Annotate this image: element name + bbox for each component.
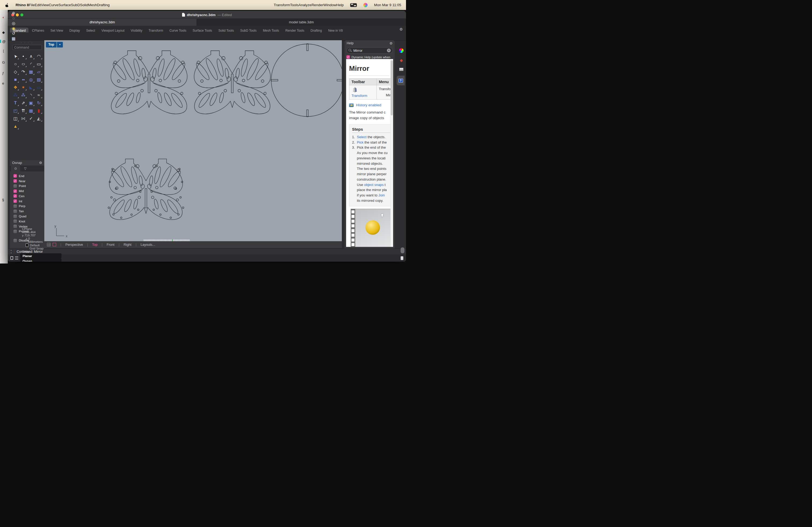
primitives-icon[interactable]: ◭ <box>36 116 42 122</box>
statusbar-window-icon[interactable] <box>11 256 13 260</box>
viewport-horizontal-scrollbar[interactable] <box>144 239 190 241</box>
butterfly-outline-left[interactable] <box>111 51 187 114</box>
render[interactable]: Render <box>311 3 323 7</box>
zoom-target-icon[interactable]: ◉ <box>11 26 16 31</box>
blend-curve-icon[interactable]: ≈ <box>36 92 42 98</box>
grab-pyramid-icon[interactable]: ▲ <box>12 123 19 129</box>
siri-icon[interactable] <box>363 3 367 7</box>
zoom-selected-icon[interactable]: ◎ <box>11 21 16 26</box>
surface-grid-icon[interactable]: ▨ <box>36 77 42 82</box>
apple-menu[interactable] <box>5 3 9 7</box>
extrude-box-icon[interactable]: ◰ <box>12 108 19 114</box>
zoom-extents-icon[interactable]: ⊕ <box>11 11 16 16</box>
curve-through-points-icon[interactable]: ◠ <box>36 54 42 59</box>
mesh[interactable]: Mesh <box>88 3 97 7</box>
tutorial-video-thumbnail[interactable] <box>351 209 393 247</box>
drafting[interactable]: Drafting <box>97 3 110 7</box>
osnap-checkbox[interactable]: ✓ <box>13 174 17 178</box>
split-icon[interactable]: ◫ <box>12 116 19 122</box>
planar[interactable]: Planar <box>20 253 61 258</box>
osnap-disable-checkbox[interactable] <box>13 239 17 242</box>
flat-plane-icon[interactable]: ▭ <box>36 85 42 90</box>
default[interactable]: Default <box>23 243 62 247</box>
panel-tab-viewport-icon[interactable] <box>399 67 404 72</box>
osnap-checkbox[interactable]: ✓ <box>13 210 17 213</box>
torus-tool-icon[interactable]: ◎ <box>28 77 34 82</box>
point-tool-icon[interactable]: • <box>20 54 27 59</box>
z-0[interactable]: z 0 <box>23 237 62 240</box>
ortho[interactable]: Ortho <box>19 250 62 253</box>
color-circles-icon[interactable]: ⁂ <box>20 92 27 98</box>
osnap-checkbox[interactable]: ✓ <box>13 184 17 188</box>
help-article[interactable]: Mirror Toolbar Menu <box>346 59 393 247</box>
text-tool-icon[interactable]: T <box>12 100 19 106</box>
arc-tool-icon[interactable]: ◜ <box>28 61 34 67</box>
osnap[interactable]: Osnap <box>20 258 61 261</box>
toolbar-gear-icon[interactable]: ⚙ <box>399 27 403 31</box>
control-center-icon[interactable] <box>350 3 357 7</box>
angled-plane-icon[interactable]: ◣ <box>28 85 34 90</box>
edit[interactable]: Edit <box>35 3 41 7</box>
clear-search-icon[interactable]: ✕ <box>387 48 391 52</box>
zoom-window-icon[interactable]: ◌ <box>11 16 16 21</box>
osnap-checkbox[interactable]: ✓ <box>13 199 17 203</box>
surface[interactable]: Surface <box>59 3 71 7</box>
circle-tool-icon[interactable]: ○ <box>12 61 19 67</box>
millimeters[interactable]: Millimeters <box>25 240 62 243</box>
box-tool-icon[interactable]: ■ <box>12 77 19 82</box>
array-grid-icon[interactable]: ▦ <box>28 108 34 114</box>
butterfly-outline-right[interactable] <box>194 51 271 114</box>
curve[interactable]: Curve <box>49 3 59 7</box>
transform[interactable]: Transform <box>274 3 290 7</box>
osnap-tab-snaps[interactable]: ⊙ <box>11 166 20 171</box>
polygon-tool-icon[interactable]: ◇ <box>12 69 19 75</box>
viewport-title-badge[interactable]: Top ▼ <box>46 42 63 47</box>
statusbar-end-widget[interactable] <box>401 256 403 260</box>
right[interactable]: Right <box>124 243 131 246</box>
solid[interactable]: Solid <box>80 3 88 7</box>
y-719-707[interactable]: y 719.707 <box>19 234 62 237</box>
osnap-checkbox[interactable]: ✓ <box>13 194 17 198</box>
explode-icon[interactable]: ✶ <box>20 85 27 90</box>
move-tool-icon[interactable]: ⇗ <box>20 100 27 106</box>
trim-icon[interactable]: ▮ <box>36 108 42 114</box>
article-scrollbar-thumb[interactable] <box>391 60 393 115</box>
panel-tab-help-active[interactable]: ? <box>396 76 405 85</box>
doc-tab-dhrishyacnc[interactable]: dhrishyacnc.3dm <box>8 19 197 26</box>
dynamic-help-checkbox[interactable]: ✓ <box>346 55 350 59</box>
help-gear-icon[interactable]: ⚙ <box>389 41 393 45</box>
panel-tab-display-icon[interactable] <box>399 48 404 53</box>
check-mark-icon[interactable]: ✓ <box>28 116 34 122</box>
bent-surface-icon[interactable]: ▱ <box>36 69 42 75</box>
doc-tab-model-table[interactable]: model table.3dm <box>197 19 406 26</box>
layouts-[interactable]: Layouts... <box>141 243 155 246</box>
butterfly-outline-dotted[interactable] <box>108 159 184 220</box>
view[interactable]: View <box>41 3 49 7</box>
control-point-curve-icon[interactable]: ∧ <box>28 54 34 59</box>
toolbar-transform-link[interactable]: Transform <box>351 94 367 98</box>
osnap-checkbox[interactable]: ✓ <box>13 190 17 193</box>
circle-with-slots[interactable] <box>271 44 342 117</box>
panel-tab-materials-icon[interactable]: ◆ <box>399 58 404 62</box>
ellipse-tool-icon[interactable]: ○ <box>20 61 27 67</box>
command-input[interactable] <box>13 46 42 49</box>
statusbar-list-icon[interactable] <box>15 257 18 259</box>
top[interactable]: Top <box>92 243 98 246</box>
tools[interactable]: Tools <box>290 3 299 7</box>
rectangle-tool-icon[interactable]: ▭ <box>36 61 42 67</box>
osnap-tab-filter[interactable]: ▽ <box>21 166 30 171</box>
search-input-value[interactable]: Mirror <box>353 48 385 52</box>
subd[interactable]: SubD <box>71 3 80 7</box>
cplane[interactable]: CPlane <box>19 227 62 230</box>
rhino-8[interactable]: Rhino 8 <box>16 3 29 7</box>
analyze[interactable]: Analyze <box>299 3 311 7</box>
mirror-tool-icon[interactable]: ⋈ <box>20 116 27 122</box>
top-viewport[interactable]: y x Top ▼ <box>44 40 342 241</box>
help[interactable]: Help <box>336 3 344 7</box>
help-search-field[interactable]: Mirror ✕ <box>346 47 393 54</box>
x-286-464[interactable]: x 286.464 <box>19 230 62 234</box>
pointer-tool-icon[interactable]: ➤ <box>12 54 19 59</box>
osnap-checkbox[interactable]: ✓ <box>13 205 17 208</box>
surface-points-icon[interactable]: ▦ <box>28 69 34 75</box>
osnap-checkbox[interactable]: ✓ <box>13 220 17 223</box>
